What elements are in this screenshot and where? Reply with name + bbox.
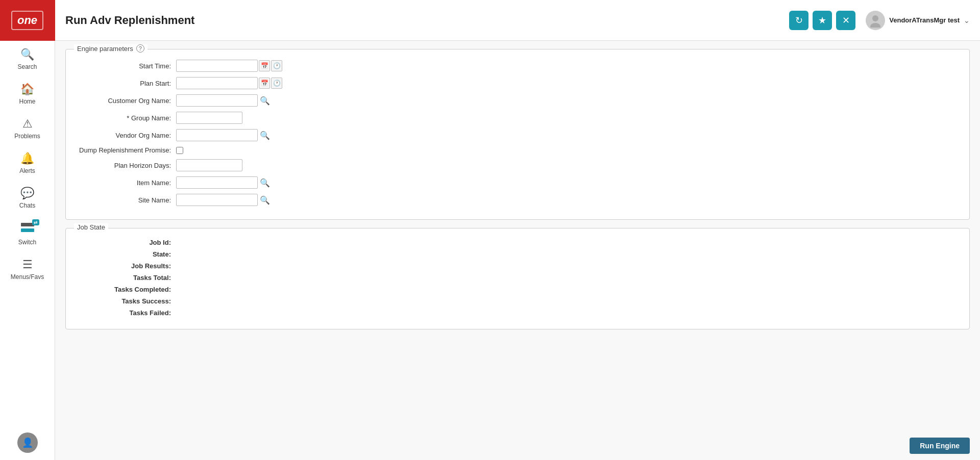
user-name: VendorATransMgr test [889, 16, 960, 24]
user-avatar [866, 11, 885, 30]
plan-horizon-label: Plan Horizon Days: [74, 162, 176, 169]
start-time-row: Start Time: 📅 🕐 [74, 60, 961, 72]
tasks-completed-label: Tasks Completed: [74, 286, 176, 293]
start-time-calendar-btn[interactable]: 📅 [259, 60, 270, 71]
customer-org-search-icon[interactable]: 🔍 [259, 94, 271, 107]
favorite-button[interactable]: ★ [813, 11, 832, 30]
sidebar-item-home-label: Home [19, 98, 35, 105]
app-logo: one [0, 0, 55, 41]
item-name-label: Item Name: [74, 179, 176, 187]
switch-badge: ⇄ [32, 219, 39, 225]
customer-org-input[interactable] [176, 94, 258, 107]
job-results-row: Job Results: [74, 262, 961, 270]
tasks-total-row: Tasks Total: [74, 274, 961, 282]
plan-start-input[interactable] [176, 77, 258, 89]
customer-org-row: Customer Org Name: 🔍 [74, 94, 961, 107]
run-engine-button[interactable]: Run Engine [910, 438, 970, 454]
tasks-success-label: Tasks Success: [74, 297, 176, 305]
start-time-label: Start Time: [74, 62, 176, 70]
sidebar-item-chats[interactable]: 💬 Chats [0, 180, 55, 214]
job-state-label: Job State [77, 223, 105, 231]
svg-point-3 [870, 23, 880, 28]
sidebar-item-alerts[interactable]: 🔔 Alerts [0, 145, 55, 180]
vendor-org-input-group: 🔍 [176, 129, 271, 141]
customer-org-input-group: 🔍 [176, 94, 271, 107]
user-info-section: VendorATransMgr test ⌄ [866, 11, 970, 30]
job-state-legend: Job State [74, 223, 108, 231]
plan-start-row: Plan Start: 📅 🕐 [74, 77, 961, 89]
site-name-input[interactable] [176, 194, 258, 206]
group-name-row: * Group Name: [74, 112, 961, 124]
header: Run Adv Replenishment ↻ ★ ✕ VendorATrans… [55, 0, 980, 41]
menus-icon: ☰ [22, 258, 33, 271]
tasks-completed-row: Tasks Completed: [74, 286, 961, 293]
sidebar-item-problems[interactable]: ⚠ Problems [0, 110, 55, 145]
close-button[interactable]: ✕ [836, 11, 855, 30]
plan-horizon-input[interactable] [176, 159, 242, 171]
sidebar-item-home[interactable]: 🏠 Home [0, 75, 55, 110]
user-details: VendorATransMgr test [889, 16, 960, 24]
dump-replenishment-label: Dump Replenishment Promise: [74, 146, 176, 154]
item-name-search-icon[interactable]: 🔍 [259, 176, 271, 189]
item-name-input[interactable] [176, 176, 258, 189]
help-icon[interactable]: ? [136, 44, 144, 53]
group-name-input[interactable] [176, 112, 242, 124]
vendor-org-search-icon[interactable]: 🔍 [259, 129, 271, 141]
sidebar-item-search-label: Search [17, 63, 37, 70]
sidebar-item-menus[interactable]: ☰ Menus/Favs [0, 251, 55, 286]
job-results-label: Job Results: [74, 262, 176, 270]
logo-text: one [11, 11, 43, 30]
sidebar-item-problems-label: Problems [14, 133, 40, 140]
vendor-org-input[interactable] [176, 129, 258, 141]
engine-parameters-label: Engine parameters [77, 45, 133, 53]
site-name-input-group: 🔍 [176, 194, 271, 206]
vendor-org-row: Vendor Org Name: 🔍 [74, 129, 961, 141]
site-name-search-icon[interactable]: 🔍 [259, 194, 271, 206]
user-avatar-small: 👤 [17, 432, 38, 453]
start-time-input[interactable] [176, 60, 258, 72]
search-icon: 🔍 [20, 48, 34, 61]
item-name-row: Item Name: 🔍 [74, 176, 961, 189]
plan-start-input-group: 📅 🕐 [176, 77, 282, 89]
start-time-clock-btn[interactable]: 🕐 [271, 60, 282, 71]
engine-parameters-section: Engine parameters ? Start Time: 📅 🕐 Plan… [65, 49, 970, 220]
main-area: Run Adv Replenishment ↻ ★ ✕ VendorATrans… [55, 0, 980, 460]
alerts-icon: 🔔 [20, 152, 34, 165]
job-id-row: Job Id: [74, 239, 961, 246]
svg-rect-1 [21, 228, 34, 232]
page-title: Run Adv Replenishment [65, 14, 789, 27]
sidebar-item-chats-label: Chats [19, 202, 35, 209]
refresh-icon: ↻ [795, 15, 803, 26]
plan-start-label: Plan Start: [74, 80, 176, 87]
site-name-label: Site Name: [74, 196, 176, 204]
dump-replenishment-checkbox[interactable] [176, 147, 183, 154]
site-name-row: Site Name: 🔍 [74, 194, 961, 206]
plan-horizon-row: Plan Horizon Days: [74, 159, 961, 171]
dump-replenishment-row: Dump Replenishment Promise: [74, 146, 961, 154]
run-engine-bar: Run Engine [899, 431, 980, 460]
job-state-section: Job State Job Id: State: Job Results: Ta… [65, 228, 970, 329]
state-row: State: [74, 250, 961, 258]
tasks-total-label: Tasks Total: [74, 274, 176, 282]
star-icon: ★ [818, 15, 826, 26]
sidebar-item-search[interactable]: 🔍 Search [0, 41, 55, 75]
svg-point-2 [872, 15, 878, 21]
sidebar-item-user-avatar[interactable]: 👤 [0, 425, 55, 460]
sidebar-item-switch[interactable]: ⇄ Switch [0, 214, 55, 251]
refresh-button[interactable]: ↻ [789, 11, 808, 30]
plan-start-clock-btn[interactable]: 🕐 [271, 78, 282, 89]
tasks-failed-row: Tasks Failed: [74, 309, 961, 317]
user-menu-chevron[interactable]: ⌄ [964, 16, 970, 24]
chats-icon: 💬 [20, 187, 34, 200]
sidebar-item-menus-label: Menus/Favs [11, 273, 44, 280]
plan-start-calendar-btn[interactable]: 📅 [259, 78, 270, 89]
tasks-success-row: Tasks Success: [74, 297, 961, 305]
home-icon: 🏠 [20, 83, 34, 96]
sidebar: one 🔍 Search 🏠 Home ⚠ Problems 🔔 Alerts … [0, 0, 55, 460]
switch-icon: ⇄ [20, 221, 35, 237]
customer-org-label: Customer Org Name: [74, 97, 176, 105]
state-label: State: [74, 250, 176, 258]
job-id-label: Job Id: [74, 239, 176, 246]
tasks-failed-label: Tasks Failed: [74, 309, 176, 317]
vendor-org-label: Vendor Org Name: [74, 132, 176, 139]
